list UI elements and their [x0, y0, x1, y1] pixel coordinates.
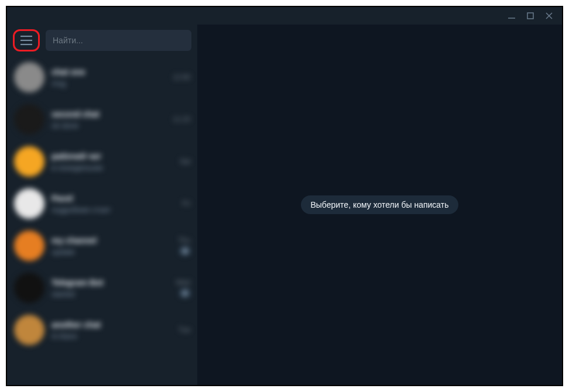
chat-text: Pavelподробнее стоит [52, 194, 175, 214]
minimize-button[interactable] [506, 10, 517, 22]
app-window: chat onemsg12:00second chatok done11:23р… [6, 6, 563, 386]
chat-meta: Wed2 [176, 278, 190, 297]
main-area: Выберите, кому хотели бы написать [197, 25, 562, 385]
chat-name: my channel [52, 236, 171, 245]
chat-preview: hi there [52, 332, 172, 341]
chat-time: 12:00 [173, 73, 190, 81]
chat-text: second chatok done [52, 109, 166, 130]
avatar [14, 146, 44, 177]
search-box[interactable] [46, 30, 191, 51]
chat-meta: 12:00 [173, 73, 190, 81]
avatar [14, 62, 44, 92]
empty-state-message: Выберите, кому хотели бы написать [301, 195, 458, 214]
sidebar-topbar [7, 25, 197, 56]
close-button[interactable] [543, 10, 555, 22]
avatar [14, 188, 44, 219]
avatar [14, 231, 44, 261]
highlight-box [13, 29, 40, 51]
svg-rect-1 [527, 13, 533, 19]
chat-meta: Tue [179, 326, 190, 334]
chat-time: Fri [182, 200, 190, 208]
chat-list-item[interactable]: Pavelподробнее стоитFri [7, 183, 197, 225]
chat-time: Thu [178, 236, 190, 245]
avatar [14, 273, 44, 303]
chat-name: chat one [52, 67, 166, 77]
chat-list-item[interactable]: second chatok done11:23 [7, 98, 197, 140]
chat-name: Telegram Bot [52, 278, 169, 287]
avatar [14, 315, 44, 345]
chat-time: Tue [179, 326, 190, 334]
chat-preview: started [52, 290, 169, 298]
chat-text: my channelupdate [52, 236, 171, 256]
chat-name: second chat [52, 109, 166, 119]
avatar [14, 104, 44, 135]
chat-preview: ok done [52, 121, 166, 130]
chat-list-item[interactable]: another chathi thereTue [7, 309, 197, 351]
sidebar: chat onemsg12:00second chatok done11:23р… [7, 25, 197, 385]
chat-list-item[interactable]: my channelupdateThu3 [7, 225, 197, 267]
chat-list[interactable]: chat onemsg12:00second chatok done11:23р… [7, 56, 197, 385]
chat-time: Wed [176, 278, 190, 287]
unread-badge: 3 [180, 247, 190, 255]
chat-name: Pavel [52, 194, 175, 203]
chat-text: рабочий чатв понедельник [52, 152, 173, 172]
maximize-button[interactable] [525, 10, 536, 22]
hamburger-icon [19, 35, 33, 46]
chat-meta: Fri [182, 200, 190, 208]
chat-list-item[interactable]: chat onemsg12:00 [7, 56, 197, 98]
chat-meta: 11:23 [173, 115, 190, 123]
chat-time: Sat [180, 157, 190, 166]
menu-button[interactable] [19, 35, 33, 46]
chat-name: another chat [52, 320, 172, 329]
titlebar [7, 7, 562, 25]
search-input[interactable] [53, 36, 184, 45]
chat-text: another chathi there [52, 320, 172, 341]
app-body: chat onemsg12:00second chatok done11:23р… [7, 25, 562, 385]
chat-meta: Thu3 [178, 236, 190, 255]
chat-preview: update [52, 247, 171, 256]
chat-time: 11:23 [173, 115, 190, 123]
chat-meta: Sat [180, 157, 190, 166]
chat-list-item[interactable]: рабочий чатв понедельникSat [7, 140, 197, 183]
chat-name: рабочий чат [52, 152, 173, 161]
chat-text: chat onemsg [52, 67, 166, 88]
chat-preview: подробнее стоит [52, 205, 175, 214]
chat-preview: в понедельник [52, 163, 173, 172]
chat-list-item[interactable]: Telegram BotstartedWed2 [7, 267, 197, 309]
chat-text: Telegram Botstarted [52, 278, 169, 298]
chat-preview: msg [52, 79, 166, 88]
unread-badge: 2 [180, 289, 190, 297]
